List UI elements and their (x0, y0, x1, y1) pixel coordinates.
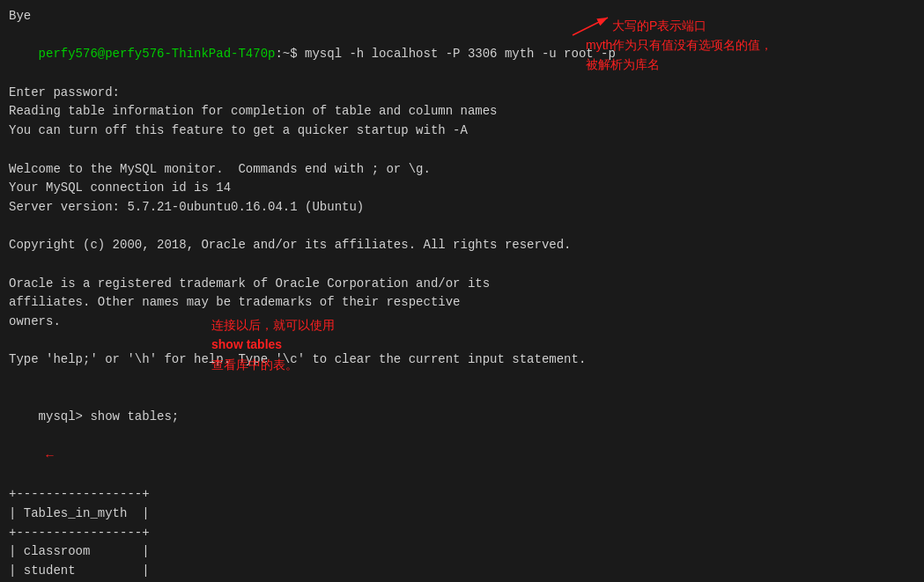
line-blank5 (9, 370, 915, 389)
annotation-show-line3: 查看库中的表。 (211, 355, 335, 374)
line-blank3 (9, 255, 915, 275)
line-enter-pass: Enter password: (9, 84, 915, 103)
line-bye1: Bye (9, 7, 915, 26)
line-row2: | student | (9, 562, 915, 581)
annotation-myth: myth作为只有值没有选项名的值， 被解析为库名 (586, 35, 772, 75)
line-oracle1: Oracle is a registered trademark of Orac… (9, 275, 915, 294)
line-blank2 (9, 217, 915, 237)
prompt-user: perfy576@perfy576-ThinkPad-T470p (39, 47, 276, 61)
line-you-can: You can turn off this feature to get a q… (9, 122, 915, 141)
annotation-myth-line1: myth作为只有值没有选项名的值， (586, 35, 772, 55)
annotation-port-text: 大写的P表示端口 (612, 18, 706, 33)
annotation-port: 大写的P表示端口 (612, 16, 706, 35)
line-sep1: +-----------------+ (9, 485, 915, 505)
line-sep2: +-----------------+ (9, 524, 915, 543)
line-row1: | classroom | (9, 542, 915, 562)
line-reading: Reading table information for completion… (9, 102, 915, 122)
line-blank1 (9, 141, 915, 160)
annotation-show-line2: show tables (211, 335, 335, 354)
line-show-cmd: mysql> show tables; ← (9, 389, 915, 485)
annotation-show-line1: 连接以后，就可以使用 (211, 315, 335, 335)
line-oracle3: owners. (9, 313, 915, 332)
line-header: | Tables_in_myth | (9, 505, 915, 524)
show-cmd-text: mysql> show tables; (39, 409, 180, 424)
arrow-show-tables: ← (44, 448, 56, 462)
annotation-myth-line2: 被解析为库名 (586, 55, 772, 74)
prompt-cmd: :~$ mysql -h localhost -P 3306 myth -u r… (275, 47, 615, 61)
line-blank4 (9, 332, 915, 351)
line-welcome: Welcome to the MySQL monitor. Commands e… (9, 160, 915, 180)
line-copyright: Copyright (c) 2000, 2018, Oracle and/or … (9, 236, 915, 255)
line-type-help: Type 'help;' or '\h' for help. Type '\c'… (9, 350, 915, 370)
line-prompt1: perfy576@perfy576-ThinkPad-T470p:~$ mysq… (9, 26, 915, 84)
line-connid: Your MySQL connection id is 14 (9, 179, 915, 198)
line-oracle2: affiliates. Other names may be trademark… (9, 293, 915, 313)
line-server: Server version: 5.7.21-0ubuntu0.16.04.1 … (9, 198, 915, 217)
annotation-show-tables: 连接以后，就可以使用 show tables 查看库中的表。 (211, 315, 335, 374)
terminal: Bye perfy576@perfy576-ThinkPad-T470p:~$ … (0, 0, 924, 582)
